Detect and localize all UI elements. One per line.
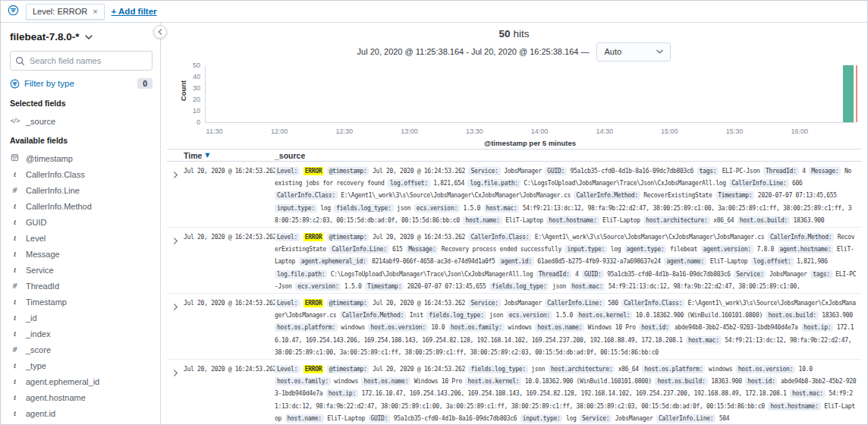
- histogram-plot[interactable]: 01020304050: [205, 65, 855, 123]
- field-value: x86_64: [713, 217, 734, 224]
- time-range-text: Jul 20, 2020 @ 11:25:38.164 - Jul 20, 20…: [357, 47, 590, 56]
- field-name-badge: CallerInfo.Line:: [545, 299, 604, 307]
- field-name-badge: fields.log_type:: [468, 365, 527, 373]
- filter-icon[interactable]: [8, 5, 19, 19]
- add-filter-link[interactable]: + Add filter: [112, 7, 157, 16]
- expand-row-icon[interactable]: [167, 165, 184, 227]
- field-name-badge: agent.version:: [701, 245, 753, 253]
- field-item[interactable]: tGUID: [10, 214, 153, 230]
- field-item[interactable]: tCallerInfo.Method: [10, 198, 153, 214]
- field-item[interactable]: t_id: [10, 310, 153, 326]
- field-name-badge: fields.log_type:: [489, 282, 549, 291]
- field-label: GUID: [26, 218, 47, 227]
- y-axis-tick: 50: [193, 62, 200, 69]
- field-item[interactable]: t_index: [10, 326, 153, 342]
- hits-count: 50: [499, 28, 511, 39]
- field-value: 2020-07-07 07:13:45,655: [407, 283, 486, 290]
- field-item[interactable]: tTimestamp: [10, 294, 153, 310]
- x-axis-tick: 12:00: [271, 128, 288, 135]
- field-value: JobsManager: [504, 168, 542, 175]
- filter-pill-level-error[interactable]: Level: ERROR ×: [26, 4, 105, 20]
- selected-fields-heading: Selected fields: [10, 99, 153, 108]
- field-label: agent.id: [26, 409, 55, 418]
- field-item[interactable]: </>_source: [10, 113, 153, 129]
- x-axis-tick: 13:30: [466, 128, 483, 135]
- filter-by-type-button[interactable]: Filter by type 0: [10, 78, 153, 89]
- search-field-names-input[interactable]: [10, 51, 153, 71]
- calendar-icon: [10, 153, 20, 163]
- field-value: Jul 20, 2020 @ 16:24:53.262: [373, 168, 465, 175]
- expand-row-icon[interactable]: [167, 231, 184, 293]
- field-value: json: [489, 312, 503, 319]
- column-header-source: _source: [275, 151, 861, 160]
- field-value: 172.16.10.47, 169.254.143.206, 169.254.1…: [361, 390, 786, 397]
- field-name-badge: host.ip:: [326, 389, 358, 398]
- field-item[interactable]: #CallerInfo.Line: [10, 182, 153, 198]
- interval-select[interactable]: Auto: [596, 42, 671, 61]
- field-name-badge: log.offset:: [751, 257, 794, 266]
- field-name-badge: Level:: [275, 233, 300, 241]
- field-name-badge: Level:: [275, 167, 300, 175]
- expand-row-icon[interactable]: [167, 364, 184, 424]
- collapse-sidebar-button[interactable]: [153, 25, 167, 39]
- text-field-icon: t: [10, 250, 20, 258]
- table-row: Jul 20, 2020 @ 16:24:53.262Level: ERROR …: [167, 228, 861, 294]
- histogram-bar[interactable]: [843, 65, 854, 122]
- doc-source: Level: ERROR @timestamp: Jul 20, 2020 @ …: [275, 298, 861, 359]
- field-value: abde94b8-3bb2-45b2-9203-1bdb940d4e7a: [675, 324, 798, 331]
- field-item[interactable]: tLevel: [10, 230, 153, 246]
- field-value: json: [531, 366, 545, 373]
- field-name-badge: ThreadId:: [763, 167, 799, 175]
- field-value: 10.0.18362.900 (WinBuild.160101.0800): [636, 312, 763, 319]
- expand-row-icon[interactable]: [167, 298, 184, 359]
- field-name-badge: agent.name:: [664, 257, 706, 266]
- field-value: EliT-Laptop: [327, 415, 365, 422]
- field-name-badge: host.os.build:: [766, 311, 818, 320]
- field-item[interactable]: tMessage: [10, 246, 153, 262]
- field-name-badge: host.name:: [463, 216, 502, 225]
- field-name-badge: host.os.name:: [361, 377, 410, 386]
- field-name-badge: GUID:: [545, 167, 567, 175]
- field-item[interactable]: tagent.id: [10, 405, 153, 421]
- field-name-badge: @timestamp:: [327, 299, 370, 307]
- doc-source: Level: ERROR @timestamp: Jul 20, 2020 @ …: [275, 364, 861, 424]
- field-label: _source: [26, 117, 55, 126]
- text-field-icon: t: [10, 298, 20, 306]
- field-label: CallerInfo.Method: [26, 202, 92, 211]
- field-item[interactable]: t_type: [10, 357, 153, 373]
- field-value: 95a1cb35-cfd0-4d1b-8a16-09dc7db803c6: [394, 415, 517, 422]
- doc-timestamp: Jul 20, 2020 @ 16:24:53.262: [184, 231, 275, 293]
- number-field-icon: #: [10, 345, 20, 354]
- index-pattern-switcher[interactable]: filebeat-7.8.0-*: [10, 31, 93, 42]
- text-field-icon: t: [10, 361, 20, 370]
- field-item[interactable]: tagent.ephemeral_id: [10, 373, 153, 389]
- remove-filter-icon[interactable]: ×: [93, 8, 97, 16]
- x-axis-tick: 11:30: [206, 128, 223, 135]
- field-value: json: [552, 283, 566, 290]
- field-item[interactable]: #_score: [10, 342, 153, 357]
- field-value: JobsManager: [769, 271, 807, 278]
- field-item[interactable]: @timestamp: [10, 150, 153, 166]
- field-value: RecoverExistingState: [643, 192, 712, 199]
- field-value: 1.5.0: [463, 205, 480, 212]
- field-label: Message: [26, 250, 60, 259]
- field-item[interactable]: tagent.name: [10, 421, 153, 424]
- field-item[interactable]: tagent.hostname: [10, 389, 153, 405]
- field-item[interactable]: #ThreadId: [10, 278, 153, 294]
- field-item[interactable]: tCallerInfo.Class: [10, 166, 153, 182]
- column-header-time[interactable]: Time ▼: [184, 151, 275, 160]
- chevron-left-icon: [157, 29, 163, 35]
- field-name-badge: @timestamp:: [327, 233, 370, 241]
- number-field-icon: #: [10, 186, 20, 194]
- field-name-badge: host.ip:: [801, 323, 833, 332]
- chevron-down-icon: [656, 49, 663, 54]
- field-name-badge: host.id:: [639, 323, 671, 332]
- table-row: Jul 20, 2020 @ 16:24:53.262Level: ERROR …: [167, 294, 861, 360]
- highlighted-field-value: ERROR: [303, 299, 324, 307]
- field-name-badge: fields.log_type:: [426, 311, 486, 320]
- field-item[interactable]: tService: [10, 262, 153, 278]
- sort-descending-icon: ▼: [205, 153, 209, 159]
- search-icon: [15, 55, 25, 69]
- field-label: Timestamp: [26, 298, 67, 307]
- x-axis-tick: 15:30: [726, 128, 744, 135]
